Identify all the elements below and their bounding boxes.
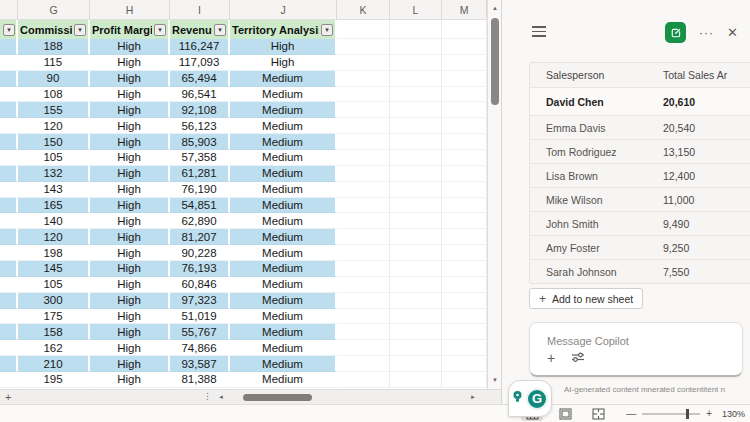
empty-cell[interactable] xyxy=(390,261,442,277)
cell[interactable]: 150 xyxy=(18,134,90,150)
empty-cell[interactable] xyxy=(337,356,390,372)
cell[interactable]: 162 xyxy=(18,340,90,356)
empty-cell[interactable] xyxy=(442,87,487,103)
cell[interactable]: High xyxy=(90,340,170,356)
empty-cell[interactable] xyxy=(390,324,442,340)
cell[interactable]: 117,093 xyxy=(170,55,230,71)
cell[interactable]: 54,851 xyxy=(170,198,230,214)
empty-cell[interactable] xyxy=(390,150,442,166)
cell[interactable]: Medium xyxy=(230,134,337,150)
cell[interactable] xyxy=(0,55,18,71)
cell[interactable]: 76,190 xyxy=(170,182,230,198)
cell[interactable]: 55,767 xyxy=(170,324,230,340)
lightbulb-icon[interactable] xyxy=(512,390,523,408)
cell[interactable]: High xyxy=(90,118,170,134)
cell[interactable] xyxy=(0,372,18,388)
cell[interactable]: 57,358 xyxy=(170,150,230,166)
empty-cell[interactable] xyxy=(337,182,390,198)
empty-cell[interactable] xyxy=(442,118,487,134)
cell[interactable]: Medium xyxy=(230,229,337,245)
cell[interactable]: 158 xyxy=(18,324,90,340)
empty-cell[interactable] xyxy=(337,150,390,166)
cell[interactable]: Medium xyxy=(230,340,337,356)
cell[interactable]: High xyxy=(90,39,170,55)
assistant-widget[interactable]: G xyxy=(508,380,552,417)
cell[interactable]: Medium xyxy=(230,87,337,103)
cell[interactable] xyxy=(0,293,18,309)
filter-dropdown-icon[interactable]: ▾ xyxy=(321,24,333,36)
empty-cell[interactable] xyxy=(442,356,487,372)
new-chat-icon[interactable] xyxy=(665,22,686,43)
cell[interactable]: 188 xyxy=(18,39,90,55)
filter-dropdown-icon[interactable]: ▾ xyxy=(74,24,86,36)
cell[interactable]: High xyxy=(90,309,170,325)
cell[interactable]: Medium xyxy=(230,118,337,134)
cell[interactable] xyxy=(0,356,18,372)
add-to-new-sheet-button[interactable]: + Add to new sheet xyxy=(529,288,643,309)
cell[interactable]: High xyxy=(90,261,170,277)
empty-cell[interactable] xyxy=(390,182,442,198)
empty-cell[interactable] xyxy=(337,372,390,388)
column-header-cell[interactable]: Commission▾ xyxy=(18,20,90,39)
empty-cell[interactable] xyxy=(337,118,390,134)
cell[interactable]: Medium xyxy=(230,102,337,118)
page-layout-view-icon[interactable] xyxy=(554,406,576,421)
cell[interactable]: 97,323 xyxy=(170,293,230,309)
cell[interactable]: 155 xyxy=(18,102,90,118)
copilot-message-input[interactable]: Message Copilot + xyxy=(529,322,743,377)
column-header-stub[interactable]: n▾ xyxy=(0,20,18,39)
cell[interactable] xyxy=(0,324,18,340)
cell[interactable]: High xyxy=(90,293,170,309)
cell[interactable]: 175 xyxy=(18,309,90,325)
empty-cell[interactable] xyxy=(337,261,390,277)
scroll-right-icon[interactable]: ► xyxy=(470,394,476,400)
empty-cell[interactable] xyxy=(442,229,487,245)
empty-cell[interactable] xyxy=(390,293,442,309)
empty-cell[interactable] xyxy=(442,39,487,55)
horizontal-scroll-thumb[interactable] xyxy=(243,394,312,401)
cell[interactable] xyxy=(0,198,18,214)
empty-cell[interactable] xyxy=(337,324,390,340)
empty-cell[interactable] xyxy=(337,340,390,356)
cell[interactable]: Medium xyxy=(230,372,337,388)
empty-cell[interactable] xyxy=(390,55,442,71)
cell[interactable]: 74,866 xyxy=(170,340,230,356)
cell[interactable]: High xyxy=(90,71,170,87)
cell[interactable]: High xyxy=(90,372,170,388)
column-letter-j[interactable]: J xyxy=(230,0,337,19)
cell[interactable] xyxy=(0,150,18,166)
column-letter-i[interactable]: I xyxy=(170,0,230,19)
cell[interactable]: Medium xyxy=(230,277,337,293)
empty-cell[interactable] xyxy=(390,118,442,134)
cell[interactable] xyxy=(0,245,18,261)
scrollbar-grip-icon[interactable]: ⋮ xyxy=(203,391,212,401)
empty-cell[interactable] xyxy=(442,213,487,229)
empty-cell[interactable] xyxy=(442,372,487,388)
cell[interactable]: High xyxy=(90,198,170,214)
empty-cell[interactable] xyxy=(442,102,487,118)
cell[interactable]: 61,281 xyxy=(170,166,230,182)
zoom-slider-thumb[interactable] xyxy=(686,409,689,419)
column-letter-m[interactable]: M xyxy=(442,0,487,19)
cell[interactable]: 145 xyxy=(18,261,90,277)
empty-cell[interactable] xyxy=(337,213,390,229)
page-break-view-icon[interactable] xyxy=(587,406,609,421)
empty-cell[interactable] xyxy=(337,245,390,261)
cell[interactable] xyxy=(0,309,18,325)
cell[interactable]: 198 xyxy=(18,245,90,261)
cell[interactable]: 81,388 xyxy=(170,372,230,388)
empty-cell[interactable] xyxy=(337,166,390,182)
cell[interactable]: 90,228 xyxy=(170,245,230,261)
empty-cell[interactable] xyxy=(442,55,487,71)
cell[interactable]: 76,193 xyxy=(170,261,230,277)
cell[interactable]: Medium xyxy=(230,261,337,277)
empty-cell[interactable] xyxy=(442,134,487,150)
cell[interactable] xyxy=(0,340,18,356)
cell[interactable]: 60,846 xyxy=(170,277,230,293)
cell[interactable]: Medium xyxy=(230,293,337,309)
empty-cell[interactable] xyxy=(337,134,390,150)
column-letter-h[interactable]: H xyxy=(90,0,170,19)
cell[interactable]: 90 xyxy=(18,71,90,87)
empty-cell[interactable] xyxy=(390,340,442,356)
cell[interactable] xyxy=(0,134,18,150)
